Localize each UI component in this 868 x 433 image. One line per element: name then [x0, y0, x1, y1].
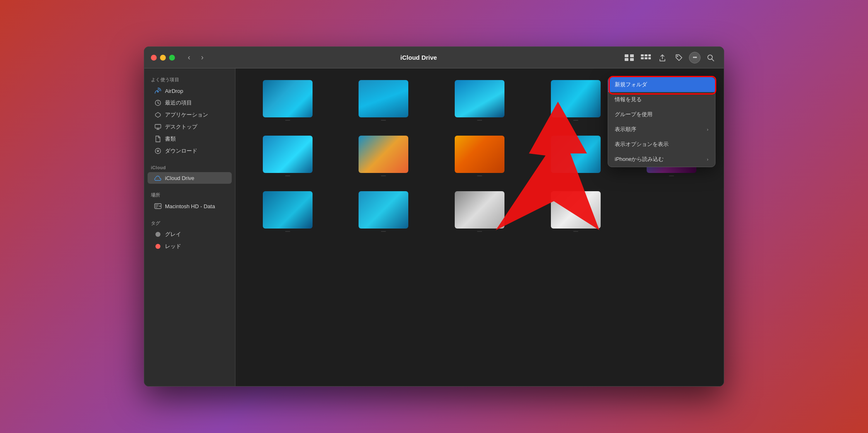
list-item[interactable] — [532, 188, 620, 235]
sidebar-item-desktop[interactable]: デスクトップ — [148, 121, 232, 133]
list-item[interactable] — [244, 77, 332, 124]
search-button[interactable] — [704, 51, 717, 64]
file-thumbnail — [359, 136, 408, 173]
window-title: iCloud Drive — [215, 54, 623, 61]
file-thumbnail — [263, 136, 313, 173]
sidebar-item-airdrop[interactable]: AirDrop — [148, 85, 232, 97]
sidebar-item-tag-gray[interactable]: グレイ — [148, 229, 232, 240]
svg-point-19 — [160, 206, 161, 207]
file-name — [573, 175, 578, 176]
file-thumbnail — [263, 191, 313, 229]
sidebar-item-tag-red[interactable]: レッド — [148, 241, 232, 252]
svg-line-13 — [712, 59, 714, 61]
sidebar-item-applications[interactable]: アプリケーション — [148, 109, 232, 121]
applications-label: アプリケーション — [165, 111, 208, 119]
sidebar-item-recents[interactable]: 最近の項目 — [148, 97, 232, 109]
applications-icon — [154, 111, 162, 119]
minimize-button[interactable] — [160, 55, 166, 61]
macintosh-hd-label: Macintosh HD - Data — [165, 203, 215, 209]
file-thumbnail — [455, 191, 504, 229]
svg-point-23 — [155, 232, 160, 237]
back-button[interactable]: ‹ — [183, 52, 195, 63]
context-menu: 新規フォルダ 情報を見る グループを使用 表示順序 › 表示オプションを表示 i… — [608, 77, 715, 167]
sidebar-item-macintosh-hd[interactable]: Macintosh HD - Data — [148, 200, 232, 212]
list-item[interactable] — [340, 77, 428, 124]
desktop-icon — [154, 123, 162, 131]
svg-rect-6 — [645, 54, 647, 56]
toolbar-right: ⌄ — [623, 51, 717, 64]
file-name — [573, 231, 578, 232]
close-button[interactable] — [151, 55, 157, 61]
icloud-label: iCloud — [144, 162, 235, 172]
list-item[interactable] — [244, 188, 332, 235]
file-name — [669, 175, 674, 176]
context-menu-item-new-folder[interactable]: 新規フォルダ — [608, 77, 715, 92]
file-name — [477, 175, 482, 176]
svg-rect-7 — [648, 54, 651, 56]
context-menu-item-sort-order[interactable]: 表示順序 › — [608, 122, 715, 137]
file-thumbnail — [455, 136, 504, 173]
list-item[interactable] — [244, 132, 332, 180]
more-button[interactable]: ••• — [689, 52, 701, 63]
svg-point-24 — [155, 244, 160, 249]
list-item[interactable] — [340, 132, 428, 180]
tag-red-icon — [154, 243, 162, 250]
hd-icon — [154, 202, 162, 210]
group-view-button[interactable] — [639, 51, 652, 64]
recents-icon — [154, 99, 162, 107]
svg-rect-8 — [641, 57, 644, 59]
share-button[interactable] — [656, 51, 669, 64]
file-name — [285, 175, 290, 176]
svg-rect-2 — [625, 58, 628, 61]
list-item[interactable] — [436, 132, 524, 180]
context-menu-item-import-from-iphone[interactable]: iPhoneから読み込む › — [608, 152, 715, 167]
file-thumbnail — [455, 80, 504, 117]
desktop-label: デスクトップ — [165, 123, 197, 131]
documents-label: 書類 — [165, 135, 176, 143]
svg-rect-5 — [641, 54, 644, 56]
downloads-label: ダウンロード — [165, 147, 197, 155]
documents-icon — [154, 135, 162, 143]
svg-rect-16 — [155, 124, 161, 128]
file-thumbnail — [551, 191, 601, 229]
tag-gray-icon — [154, 231, 162, 238]
list-item[interactable] — [436, 188, 524, 235]
file-name — [477, 231, 482, 232]
file-name — [573, 120, 578, 121]
locations-label: 場所 — [144, 189, 235, 200]
tag-button[interactable] — [672, 51, 686, 64]
list-item[interactable] — [532, 77, 620, 124]
sidebar-item-downloads[interactable]: ダウンロード — [148, 145, 232, 157]
sidebar: よく使う項目 AirDrop — [144, 68, 235, 386]
list-item[interactable] — [436, 77, 524, 124]
sidebar-item-documents[interactable]: 書類 — [148, 133, 232, 145]
tags-label: タグ — [144, 217, 235, 228]
nav-buttons: ‹ › — [183, 52, 208, 63]
view-icon-button[interactable]: ⌄ — [623, 51, 636, 64]
svg-text:⌄: ⌄ — [633, 55, 634, 58]
maximize-button[interactable] — [169, 55, 175, 61]
tag-gray-label: グレイ — [165, 231, 181, 238]
svg-point-11 — [677, 56, 678, 57]
sidebar-item-icloud-drive[interactable]: iCloud Drive — [148, 172, 232, 184]
airdrop-label: AirDrop — [165, 88, 183, 94]
context-menu-item-get-info[interactable]: 情報を見る — [608, 92, 715, 107]
file-thumbnail — [263, 80, 313, 117]
context-menu-item-use-groups[interactable]: グループを使用 — [608, 107, 715, 122]
recents-label: 最近の項目 — [165, 99, 192, 107]
icloud-drive-label: iCloud Drive — [165, 175, 194, 181]
file-name — [285, 231, 290, 232]
chevron-right-icon: › — [707, 157, 708, 162]
icloud-icon — [154, 174, 162, 182]
file-name — [477, 120, 482, 121]
svg-rect-10 — [648, 57, 651, 59]
title-bar: ‹ › iCloud Drive ⌄ — [144, 47, 724, 68]
file-name — [381, 120, 386, 121]
context-menu-item-view-options[interactable]: 表示オプションを表示 — [608, 137, 715, 152]
airdrop-icon — [154, 87, 162, 95]
list-item[interactable] — [340, 188, 428, 235]
main-content: よく使う項目 AirDrop — [144, 68, 724, 386]
svg-rect-3 — [630, 58, 634, 61]
list-item[interactable] — [532, 132, 620, 180]
forward-button[interactable]: › — [196, 52, 208, 63]
